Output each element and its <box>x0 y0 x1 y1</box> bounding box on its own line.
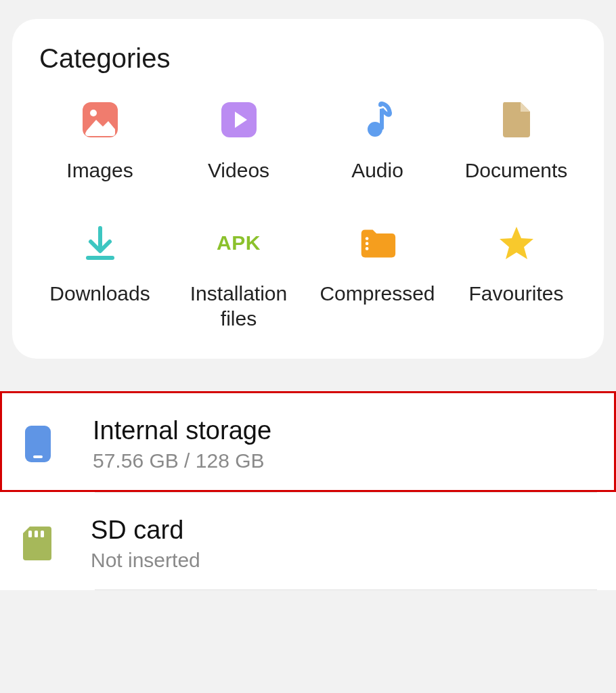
category-documents[interactable]: Documents <box>450 101 582 183</box>
category-installation-files[interactable]: APK Installation files <box>173 224 305 332</box>
phone-storage-icon <box>21 424 68 464</box>
star-icon <box>498 224 535 262</box>
category-label: Videos <box>208 158 269 183</box>
svg-rect-13 <box>41 531 44 537</box>
folder-zip-icon <box>359 224 397 262</box>
category-downloads[interactable]: Downloads <box>34 224 166 332</box>
svg-point-6 <box>365 237 368 240</box>
categories-title: Categories <box>39 43 582 74</box>
svg-rect-12 <box>35 531 38 537</box>
divider <box>95 589 597 590</box>
storage-internal-text: Internal storage 57.56 GB / 128 GB <box>93 416 595 472</box>
category-audio[interactable]: Audio <box>311 101 443 183</box>
svg-point-3 <box>368 122 382 137</box>
svg-point-7 <box>365 242 368 245</box>
download-icon <box>81 224 119 262</box>
music-note-icon <box>359 101 397 139</box>
svg-point-1 <box>90 110 97 116</box>
category-label: Installation files <box>173 281 305 332</box>
storage-sdcard-title: SD card <box>91 516 597 545</box>
image-icon <box>81 101 119 139</box>
svg-rect-11 <box>28 531 32 537</box>
storage-internal-title: Internal storage <box>93 416 595 445</box>
category-images[interactable]: Images <box>34 101 166 183</box>
category-favourites[interactable]: Favourites <box>450 224 582 332</box>
video-icon <box>220 101 258 139</box>
category-compressed[interactable]: Compressed <box>311 224 443 332</box>
category-label: Images <box>66 158 133 183</box>
storage-sdcard-text: SD card Not inserted <box>91 516 597 572</box>
category-label: Downloads <box>49 281 150 307</box>
storage-internal[interactable]: Internal storage 57.56 GB / 128 GB <box>0 391 616 492</box>
svg-point-8 <box>365 247 368 250</box>
apk-icon: APK <box>220 224 258 262</box>
storage-sdcard-sub: Not inserted <box>91 549 597 572</box>
categories-card: Categories Images Videos <box>12 19 604 359</box>
storage-internal-sub: 57.56 GB / 128 GB <box>93 449 595 472</box>
svg-rect-10 <box>33 455 43 458</box>
storage-sdcard[interactable]: SD card Not inserted <box>0 493 616 589</box>
document-icon <box>498 101 535 139</box>
category-videos[interactable]: Videos <box>173 101 305 183</box>
category-label: Audio <box>351 158 403 183</box>
sd-card-icon <box>19 525 66 562</box>
category-label: Favourites <box>468 281 563 307</box>
category-label: Compressed <box>320 281 435 307</box>
categories-grid: Images Videos Audio <box>34 101 582 332</box>
storage-section: Internal storage 57.56 GB / 128 GB SD ca… <box>0 391 616 590</box>
category-label: Documents <box>465 158 568 183</box>
